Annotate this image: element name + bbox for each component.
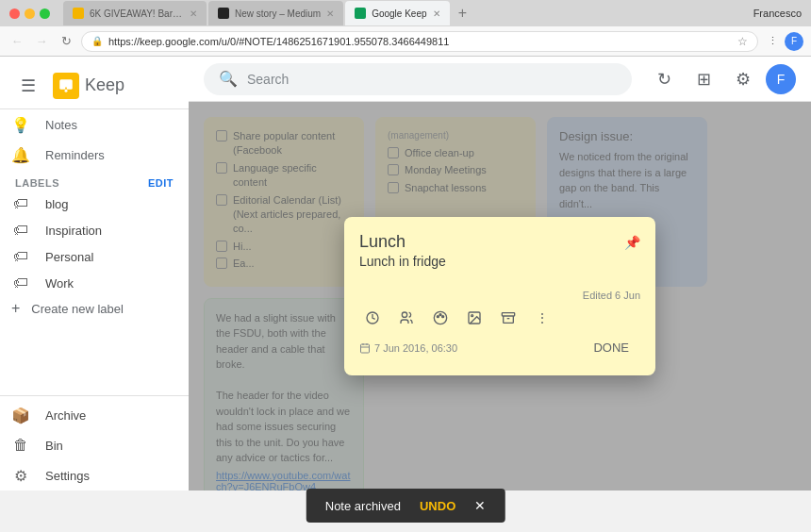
plus-icon: + xyxy=(11,300,20,317)
tab-favicon-baron xyxy=(73,8,84,19)
label-icon-personal: 🏷 xyxy=(11,247,30,266)
refresh-icon[interactable]: ↻ xyxy=(647,62,681,96)
color-palette-icon[interactable] xyxy=(427,305,454,331)
sidebar-item-personal[interactable]: 🏷 Personal xyxy=(0,243,189,270)
sidebar-label-archive: Archive xyxy=(45,408,86,423)
svg-point-1 xyxy=(65,89,68,91)
sidebar-item-reminders[interactable]: 🔔 Reminders xyxy=(0,140,181,170)
toast-notification: Note archived UNDO ✕ xyxy=(306,489,505,523)
svg-rect-11 xyxy=(502,313,514,316)
tab-google-keep[interactable]: Google Keep ✕ xyxy=(345,1,449,25)
sidebar-label-notes: Notes xyxy=(45,118,77,132)
tab-label-medium: New story – Medium xyxy=(235,8,321,19)
tab-close-baron[interactable]: ✕ xyxy=(190,8,197,19)
extensions-icon[interactable]: ⋮ xyxy=(764,33,781,50)
url-text: https://keep.google.com/u/0/#NOTE/148625… xyxy=(108,36,732,47)
label-icon-work: 🏷 xyxy=(11,274,30,292)
remind-me-icon[interactable] xyxy=(359,305,386,331)
settings-header-icon[interactable]: ⚙ xyxy=(726,62,760,96)
undo-button[interactable]: UNDO xyxy=(420,499,455,513)
user-avatar-small[interactable]: F xyxy=(785,32,803,51)
traffic-lights xyxy=(9,8,50,19)
sidebar-label-settings: Settings xyxy=(45,469,90,483)
modal-overlay[interactable]: Lunch 📌 Lunch in fridge Edited 6 Jun xyxy=(189,102,811,490)
sidebar-item-blog[interactable]: 🏷 blog xyxy=(0,191,189,217)
maximize-button[interactable] xyxy=(40,8,50,19)
labels-title: Labels xyxy=(15,177,59,189)
sidebar-item-bin[interactable]: 🗑 Bin xyxy=(0,430,181,460)
tab-favicon-medium xyxy=(218,8,229,19)
label-icon-blog: 🏷 xyxy=(11,194,30,213)
tab-label-baron: 6K GIVEAWAY! Baron Fig Note... xyxy=(90,8,184,19)
bookmark-icon[interactable]: ☆ xyxy=(737,35,748,48)
modal-edited-time: Edited 6 Jun xyxy=(359,290,640,301)
sidebar-label-bin: Bin xyxy=(45,439,63,453)
search-bar[interactable]: 🔍 Search xyxy=(204,63,632,95)
modal-body[interactable]: Lunch in fridge xyxy=(359,254,640,282)
tab-medium[interactable]: New story – Medium ✕ xyxy=(208,1,343,25)
sidebar-item-inspiration[interactable]: 🏷 Inspiration xyxy=(0,217,189,243)
minimize-button[interactable] xyxy=(25,8,35,19)
back-button[interactable]: ← xyxy=(8,32,26,51)
create-label-button[interactable]: + Create new label xyxy=(0,296,189,321)
lunch-note-modal: Lunch 📌 Lunch in fridge Edited 6 Jun xyxy=(344,217,655,375)
app-header: 🔍 Search ↻ ⊞ ⚙ F xyxy=(189,57,811,102)
done-button[interactable]: DONE xyxy=(582,335,640,360)
sidebar-label-blog: blog xyxy=(45,197,69,211)
user-display-name: Francesco xyxy=(753,8,802,19)
modal-title: Lunch xyxy=(359,232,624,252)
tab-favicon-keep xyxy=(355,8,366,19)
browser-toolbar: ⋮ F xyxy=(764,32,803,51)
hamburger-menu[interactable]: ☰ xyxy=(11,69,45,103)
create-label-text: Create new label xyxy=(31,302,124,316)
more-options-icon[interactable]: ⋮ xyxy=(529,305,555,331)
image-icon[interactable] xyxy=(461,305,488,331)
reload-button[interactable]: ↻ xyxy=(57,32,75,51)
settings-icon: ⚙ xyxy=(11,466,30,485)
keep-logo-icon xyxy=(53,73,79,99)
close-button[interactable] xyxy=(9,8,20,19)
sidebar-label-work: Work xyxy=(45,276,74,291)
url-bar[interactable]: 🔒 https://keep.google.com/u/0/#NOTE/1486… xyxy=(81,31,758,52)
labels-edit-button[interactable]: EDIT xyxy=(148,177,174,189)
tab-close-keep[interactable]: ✕ xyxy=(433,8,440,19)
sidebar-label-inspiration: Inspiration xyxy=(45,224,102,238)
sidebar-item-work[interactable]: 🏷 Work xyxy=(0,270,189,296)
modal-toolbar: ⋮ xyxy=(359,305,640,331)
modal-date: 7 Jun 2016, 06:30 xyxy=(359,342,457,354)
sidebar-item-notes[interactable]: 💡 Notes xyxy=(0,109,181,140)
archive-icon: 📦 xyxy=(11,406,30,424)
modal-footer: 7 Jun 2016, 06:30 DONE xyxy=(359,335,640,360)
collaborator-icon[interactable] xyxy=(393,305,420,331)
new-tab-button[interactable]: + xyxy=(452,2,474,25)
search-placeholder: Search xyxy=(247,72,289,87)
archive-icon[interactable] xyxy=(495,305,521,331)
pin-icon[interactable]: 📌 xyxy=(624,235,640,250)
svg-point-10 xyxy=(472,315,473,317)
tab-close-medium[interactable]: ✕ xyxy=(326,8,334,19)
app-name: Keep xyxy=(85,75,124,95)
modal-date-text: 7 Jun 2016, 06:30 xyxy=(374,342,457,354)
toast-close-button[interactable]: ✕ xyxy=(474,498,486,513)
sidebar-item-settings[interactable]: ⚙ Settings xyxy=(0,460,181,490)
svg-point-7 xyxy=(439,314,441,316)
address-bar: ← → ↻ 🔒 https://keep.google.com/u/0/#NOT… xyxy=(0,26,811,57)
svg-point-8 xyxy=(442,316,444,318)
user-avatar[interactable]: F xyxy=(766,64,796,94)
svg-rect-13 xyxy=(361,344,370,353)
tab-baron-fig[interactable]: 6K GIVEAWAY! Baron Fig Note... ✕ xyxy=(63,1,207,25)
forward-button[interactable]: → xyxy=(32,32,51,51)
sidebar-label-reminders: Reminders xyxy=(45,148,105,162)
sidebar-label-personal: Personal xyxy=(45,250,93,264)
app-wrapper: ☰ Keep 💡 Notes 🔔 Reminders Labels xyxy=(0,57,811,490)
browser-window: 6K GIVEAWAY! Baron Fig Note... ✕ New sto… xyxy=(0,0,811,490)
sidebar: ☰ Keep 💡 Notes 🔔 Reminders Labels xyxy=(0,57,189,490)
lock-icon: 🔒 xyxy=(91,36,103,46)
reminders-icon: 🔔 xyxy=(11,145,30,164)
main-area: 🔍 Search ↻ ⊞ ⚙ F S xyxy=(189,57,811,490)
sidebar-item-archive[interactable]: 📦 Archive xyxy=(0,400,181,430)
content-area: Share popular content (Facebook Language… xyxy=(189,102,811,490)
svg-point-6 xyxy=(437,316,439,318)
grid-view-icon[interactable]: ⊞ xyxy=(687,62,720,96)
tab-label-keep: Google Keep xyxy=(372,8,426,19)
